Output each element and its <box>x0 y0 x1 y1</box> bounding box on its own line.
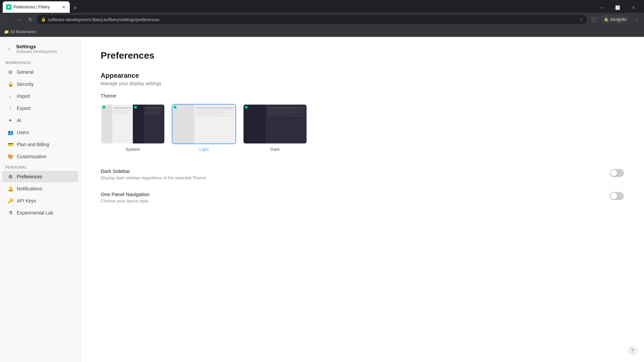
lock-icon: 🔒 <box>41 17 46 22</box>
appearance-section-desc: Manage your display settings <box>101 81 624 86</box>
appearance-section: Appearance Manage your display settings … <box>101 72 624 209</box>
bookmarks-text: All Bookmarks <box>10 29 36 34</box>
plan-billing-icon: 💳 <box>7 141 13 147</box>
preferences-icon: ⚙ <box>7 174 13 180</box>
forward-nav-button[interactable]: → <box>14 15 23 24</box>
sidebar-item-label-preferences: Preferences <box>17 174 42 179</box>
menu-button[interactable]: ⋮ <box>632 15 641 24</box>
one-panel-nav-desc: Choose your layout style <box>101 198 610 203</box>
sidebar-item-preferences[interactable]: ⚙ Preferences <box>2 171 78 182</box>
sidebar-item-label-general: General <box>17 69 34 75</box>
one-panel-nav-info: One Panel Navigation Choose your layout … <box>101 191 610 203</box>
export-icon: ↑ <box>7 105 13 111</box>
personal-section-label: PERSONAL <box>0 163 80 171</box>
maximize-button[interactable]: ⬜ <box>610 3 625 13</box>
dark-sidebar-info: Dark Sidebar Display dark sidebar regard… <box>101 168 610 180</box>
sidebar-item-import[interactable]: ↓ Import <box>2 90 78 102</box>
theme-system-dark-half <box>133 105 164 143</box>
one-panel-nav-toggle[interactable] <box>610 192 624 200</box>
theme-system-light-half <box>101 105 133 143</box>
refresh-button[interactable]: ↻ <box>25 15 35 24</box>
sidebar-subtitle: Software Development <box>16 49 57 54</box>
sidebar-item-security[interactable]: 🔒 Security <box>2 78 78 90</box>
theme-cards: System <box>101 104 624 152</box>
browser-chrome: Preferences | Fibery ✕ + — ⬜ ✕ ← → ↻ 🔒 s… <box>0 0 644 37</box>
app-layout: ← Settings Software Development WORKSPAC… <box>0 37 644 362</box>
sidebar-header: ← Settings Software Development <box>0 37 80 58</box>
close-button[interactable]: ✕ <box>626 3 641 13</box>
incognito-label: Incognito <box>610 17 627 22</box>
general-icon: ⊞ <box>7 69 13 75</box>
sidebar-item-general[interactable]: ⊞ General <box>2 66 78 78</box>
bookmarks-label[interactable]: 📁 All Bookmarks <box>4 29 36 34</box>
address-bar[interactable]: 🔒 software-development.fibery.io/fibery/… <box>37 15 587 24</box>
incognito-button[interactable]: 🕵 Incognito <box>600 15 630 24</box>
sidebar-item-customization[interactable]: 🎨 Customization <box>2 151 78 162</box>
workspace-section-label: WORKSPACE <box>0 58 80 66</box>
bookmarks-icon: 📁 <box>4 29 9 34</box>
sidebar-back-button[interactable]: ← <box>5 45 13 53</box>
browser-toolbar: ← → ↻ 🔒 software-development.fibery.io/f… <box>0 13 644 26</box>
sidebar-item-experimental-lab[interactable]: ⚗ Experimental Lab <box>2 207 78 219</box>
sidebar-item-label-security: Security <box>17 81 34 87</box>
theme-dark-label: Dark <box>270 147 279 152</box>
experimental-lab-icon: ⚗ <box>7 210 13 216</box>
sidebar-item-notifications[interactable]: 🔔 Notifications <box>2 183 78 194</box>
dark-sidebar-desc: Display dark sidebar regardless of the s… <box>101 175 610 180</box>
sidebar-item-label-users: Users <box>17 130 29 135</box>
theme-card-light[interactable]: Light <box>172 104 236 152</box>
active-tab[interactable]: Preferences | Fibery ✕ <box>3 1 70 13</box>
minimize-button[interactable]: — <box>594 3 609 13</box>
sidebar-item-label-ai: AI <box>17 118 21 123</box>
customization-icon: 🎨 <box>7 154 13 160</box>
sidebar-item-label-import: Import <box>17 94 30 99</box>
api-keys-icon: 🔑 <box>7 198 13 204</box>
sidebar-item-label-export: Export <box>17 106 30 111</box>
help-button[interactable]: ? <box>628 346 637 355</box>
sidebar-item-label-api-keys: API Keys <box>17 198 36 203</box>
url-text: software-development.fibery.io/fibery/se… <box>48 17 577 22</box>
import-icon: ↓ <box>7 93 13 99</box>
tab-title: Preferences | Fibery <box>13 5 59 9</box>
sidebar-item-label-notifications: Notifications <box>17 186 42 191</box>
sidebar: ← Settings Software Development WORKSPAC… <box>0 37 80 362</box>
page-title: Preferences <box>101 50 624 61</box>
sidebar-item-label-experimental-lab: Experimental Lab <box>17 210 53 216</box>
one-panel-nav-label: One Panel Navigation <box>101 191 610 197</box>
appearance-section-title: Appearance <box>101 72 624 79</box>
theme-card-system[interactable]: System <box>101 104 165 152</box>
back-nav-button[interactable]: ← <box>3 15 12 24</box>
sidebar-title-group: Settings Software Development <box>16 44 57 54</box>
sidebar-item-api-keys[interactable]: 🔑 API Keys <box>2 195 78 206</box>
sidebar-item-users[interactable]: 👥 Users <box>2 127 78 138</box>
main-content: Preferences Appearance Manage your displ… <box>80 37 644 362</box>
ai-icon: ✦ <box>7 117 13 123</box>
incognito-icon: 🕵 <box>604 17 609 22</box>
dark-sidebar-label: Dark Sidebar <box>101 168 610 174</box>
theme-subsection-title: Theme <box>101 93 624 99</box>
sidebar-item-label-plan-billing: Plan and Billing <box>17 142 49 147</box>
sidebar-item-ai[interactable]: ✦ AI <box>2 115 78 126</box>
sidebar-toggle-button[interactable]: ⬛ <box>589 15 598 24</box>
dark-sidebar-row: Dark Sidebar Display dark sidebar regard… <box>101 163 624 186</box>
sidebar-item-export[interactable]: ↑ Export <box>2 103 78 114</box>
users-icon: 👥 <box>7 129 13 135</box>
one-panel-nav-toggle-knob <box>610 193 617 199</box>
sidebar-item-plan-billing[interactable]: 💳 Plan and Billing <box>2 139 78 150</box>
bookmarks-bar: 📁 All Bookmarks <box>0 26 644 37</box>
one-panel-nav-row: One Panel Navigation Choose your layout … <box>101 186 624 209</box>
tab-close-button[interactable]: ✕ <box>61 4 66 10</box>
theme-card-light-img[interactable] <box>172 104 236 144</box>
dark-sidebar-toggle[interactable] <box>610 169 624 177</box>
star-icon[interactable]: ☆ <box>579 17 583 22</box>
window-controls: — ⬜ ✕ <box>594 3 641 13</box>
theme-light-label: Light <box>199 147 209 152</box>
theme-card-dark[interactable]: Dark <box>243 104 307 152</box>
address-bar-container: 🔒 software-development.fibery.io/fibery/… <box>37 15 587 24</box>
new-tab-button[interactable]: + <box>70 3 80 13</box>
sidebar-title: Settings <box>16 44 57 49</box>
sidebar-item-label-customization: Customization <box>17 154 47 159</box>
tabs-row: Preferences | Fibery ✕ + — ⬜ ✕ <box>0 0 644 13</box>
theme-card-system-img[interactable] <box>101 104 165 144</box>
theme-card-dark-img[interactable] <box>243 104 307 144</box>
